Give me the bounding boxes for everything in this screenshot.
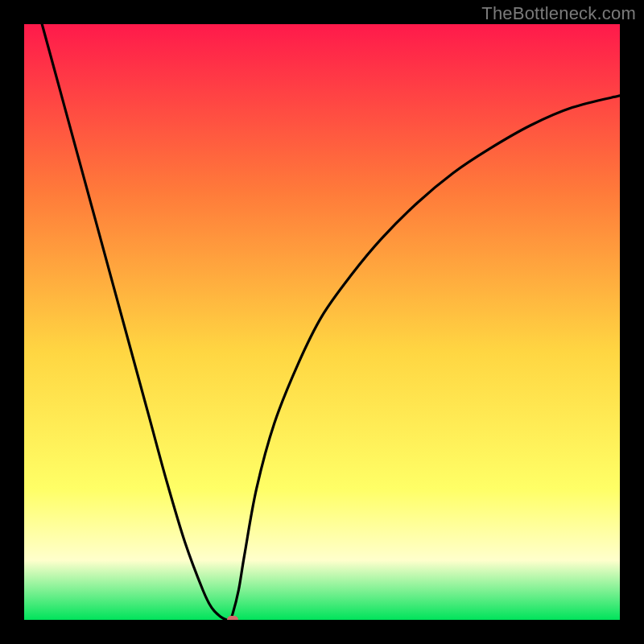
watermark-text: TheBottleneck.com — [481, 3, 636, 24]
chart-frame: TheBottleneck.com — [0, 0, 644, 644]
optimal-point-marker — [227, 616, 238, 620]
plot-area — [24, 24, 620, 620]
bottleneck-curve — [24, 24, 620, 620]
